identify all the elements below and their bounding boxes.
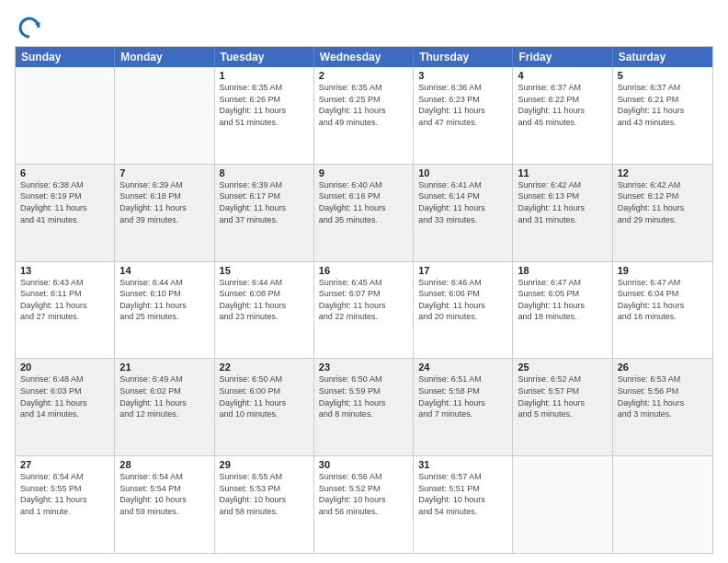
calendar-cell: 26Sunrise: 6:53 AMSunset: 5:56 PMDayligh…: [613, 359, 712, 455]
calendar-cell: 31Sunrise: 6:57 AMSunset: 5:51 PMDayligh…: [414, 456, 513, 553]
day-number: 25: [518, 362, 607, 373]
day-number: 30: [319, 459, 408, 470]
day-number: 29: [220, 459, 309, 470]
cell-text: Sunrise: 6:44 AMSunset: 6:08 PMDaylight:…: [220, 277, 309, 323]
calendar-cell: 1Sunrise: 6:35 AMSunset: 6:26 PMDaylight…: [215, 67, 314, 164]
calendar-cell: 5Sunrise: 6:37 AMSunset: 6:21 PMDaylight…: [613, 67, 712, 164]
day-number: 2: [319, 70, 408, 81]
calendar-cell: 15Sunrise: 6:44 AMSunset: 6:08 PMDayligh…: [215, 262, 314, 359]
cell-text: Sunrise: 6:42 AMSunset: 6:13 PMDaylight:…: [518, 179, 607, 225]
day-number: 23: [319, 362, 408, 373]
cell-text: Sunrise: 6:50 AMSunset: 6:00 PMDaylight:…: [220, 373, 309, 419]
cell-text: Sunrise: 6:56 AMSunset: 5:52 PMDaylight:…: [319, 471, 408, 517]
calendar-header-cell: Monday: [115, 47, 214, 67]
cell-text: Sunrise: 6:35 AMSunset: 6:25 PMDaylight:…: [319, 82, 408, 128]
calendar-header-cell: Friday: [513, 47, 612, 67]
day-number: 27: [20, 459, 109, 470]
calendar-week: 13Sunrise: 6:43 AMSunset: 6:11 PMDayligh…: [16, 262, 712, 360]
cell-text: Sunrise: 6:52 AMSunset: 5:57 PMDaylight:…: [518, 373, 607, 419]
cell-text: Sunrise: 6:47 AMSunset: 6:04 PMDaylight:…: [618, 277, 708, 323]
day-number: 3: [418, 70, 507, 81]
calendar-cell: 4Sunrise: 6:37 AMSunset: 6:22 PMDaylight…: [513, 67, 612, 164]
day-number: 18: [518, 265, 607, 276]
calendar-cell: 12Sunrise: 6:42 AMSunset: 6:12 PMDayligh…: [613, 165, 712, 261]
calendar-cell: 27Sunrise: 6:54 AMSunset: 5:55 PMDayligh…: [16, 456, 115, 553]
cell-text: Sunrise: 6:45 AMSunset: 6:07 PMDaylight:…: [319, 277, 408, 323]
day-number: 9: [319, 167, 408, 178]
day-number: 24: [418, 362, 507, 373]
calendar-cell: 6Sunrise: 6:38 AMSunset: 6:19 PMDaylight…: [16, 165, 115, 261]
day-number: 21: [119, 362, 209, 373]
day-number: 19: [618, 265, 708, 276]
calendar-week: 1Sunrise: 6:35 AMSunset: 6:26 PMDaylight…: [16, 67, 712, 165]
day-number: 8: [220, 167, 309, 178]
calendar-cell: 2Sunrise: 6:35 AMSunset: 6:25 PMDaylight…: [314, 67, 414, 164]
cell-text: Sunrise: 6:40 AMSunset: 6:16 PMDaylight:…: [319, 179, 408, 225]
calendar-week: 6Sunrise: 6:38 AMSunset: 6:19 PMDaylight…: [16, 165, 712, 262]
calendar-cell: 9Sunrise: 6:40 AMSunset: 6:16 PMDaylight…: [314, 165, 414, 261]
calendar-week: 27Sunrise: 6:54 AMSunset: 5:55 PMDayligh…: [16, 456, 712, 553]
calendar-cell: 24Sunrise: 6:51 AMSunset: 5:58 PMDayligh…: [414, 359, 513, 455]
day-number: 5: [618, 70, 708, 81]
logo-icon: [17, 15, 42, 40]
day-number: 12: [618, 167, 708, 178]
day-number: 31: [418, 459, 507, 470]
calendar-cell: 16Sunrise: 6:45 AMSunset: 6:07 PMDayligh…: [314, 262, 414, 359]
cell-text: Sunrise: 6:49 AMSunset: 6:02 PMDaylight:…: [119, 373, 209, 419]
cell-text: Sunrise: 6:39 AMSunset: 6:18 PMDaylight:…: [119, 179, 209, 225]
calendar-cell: 22Sunrise: 6:50 AMSunset: 6:00 PMDayligh…: [215, 359, 314, 455]
calendar-cell: 10Sunrise: 6:41 AMSunset: 6:14 PMDayligh…: [414, 165, 513, 261]
calendar-cell: 23Sunrise: 6:50 AMSunset: 5:59 PMDayligh…: [314, 359, 414, 455]
calendar-cell: [16, 67, 115, 164]
day-number: 16: [319, 265, 408, 276]
cell-text: Sunrise: 6:42 AMSunset: 6:12 PMDaylight:…: [618, 179, 708, 225]
cell-text: Sunrise: 6:57 AMSunset: 5:51 PMDaylight:…: [418, 471, 507, 517]
calendar-cell: 14Sunrise: 6:44 AMSunset: 6:10 PMDayligh…: [115, 262, 214, 359]
calendar-cell: [613, 456, 712, 553]
calendar-cell: 25Sunrise: 6:52 AMSunset: 5:57 PMDayligh…: [513, 359, 612, 455]
calendar: SundayMondayTuesdayWednesdayThursdayFrid…: [15, 46, 713, 554]
cell-text: Sunrise: 6:37 AMSunset: 6:21 PMDaylight:…: [618, 82, 708, 128]
calendar-cell: 7Sunrise: 6:39 AMSunset: 6:18 PMDaylight…: [115, 165, 214, 261]
calendar-cell: 3Sunrise: 6:36 AMSunset: 6:23 PMDaylight…: [414, 67, 513, 164]
calendar-cell: [115, 67, 214, 164]
calendar-header-cell: Thursday: [414, 47, 513, 67]
cell-text: Sunrise: 6:54 AMSunset: 5:55 PMDaylight:…: [20, 471, 109, 517]
calendar-cell: 17Sunrise: 6:46 AMSunset: 6:06 PMDayligh…: [414, 262, 513, 359]
calendar-cell: 18Sunrise: 6:47 AMSunset: 6:05 PMDayligh…: [513, 262, 612, 359]
cell-text: Sunrise: 6:35 AMSunset: 6:26 PMDaylight:…: [220, 82, 309, 128]
cell-text: Sunrise: 6:53 AMSunset: 5:56 PMDaylight:…: [618, 373, 708, 419]
day-number: 11: [518, 167, 607, 178]
cell-text: Sunrise: 6:54 AMSunset: 5:54 PMDaylight:…: [119, 471, 209, 517]
calendar-header-cell: Sunday: [16, 47, 115, 67]
day-number: 6: [20, 167, 109, 178]
calendar-cell: 28Sunrise: 6:54 AMSunset: 5:54 PMDayligh…: [115, 456, 214, 553]
calendar-cell: 29Sunrise: 6:55 AMSunset: 5:53 PMDayligh…: [215, 456, 314, 553]
calendar-cell: 30Sunrise: 6:56 AMSunset: 5:52 PMDayligh…: [314, 456, 414, 553]
calendar-cell: 19Sunrise: 6:47 AMSunset: 6:04 PMDayligh…: [613, 262, 712, 359]
day-number: 13: [20, 265, 109, 276]
calendar-week: 20Sunrise: 6:48 AMSunset: 6:03 PMDayligh…: [16, 359, 712, 456]
day-number: 15: [220, 265, 309, 276]
calendar-header-cell: Saturday: [613, 47, 712, 67]
cell-text: Sunrise: 6:38 AMSunset: 6:19 PMDaylight:…: [20, 179, 109, 225]
cell-text: Sunrise: 6:44 AMSunset: 6:10 PMDaylight:…: [119, 277, 209, 323]
calendar-body: 1Sunrise: 6:35 AMSunset: 6:26 PMDaylight…: [16, 67, 712, 553]
cell-text: Sunrise: 6:50 AMSunset: 5:59 PMDaylight:…: [319, 373, 408, 419]
cell-text: Sunrise: 6:43 AMSunset: 6:11 PMDaylight:…: [20, 277, 109, 323]
page: SundayMondayTuesdayWednesdayThursdayFrid…: [0, 0, 728, 563]
cell-text: Sunrise: 6:55 AMSunset: 5:53 PMDaylight:…: [220, 471, 309, 517]
cell-text: Sunrise: 6:47 AMSunset: 6:05 PMDaylight:…: [518, 277, 607, 323]
calendar-cell: 11Sunrise: 6:42 AMSunset: 6:13 PMDayligh…: [513, 165, 612, 261]
calendar-cell: 13Sunrise: 6:43 AMSunset: 6:11 PMDayligh…: [16, 262, 115, 359]
calendar-cell: [513, 456, 612, 553]
cell-text: Sunrise: 6:46 AMSunset: 6:06 PMDaylight:…: [418, 277, 507, 323]
calendar-header-cell: Wednesday: [314, 47, 414, 67]
day-number: 20: [20, 362, 109, 373]
cell-text: Sunrise: 6:37 AMSunset: 6:22 PMDaylight:…: [518, 82, 607, 128]
logo: [15, 15, 42, 40]
day-number: 7: [119, 167, 209, 178]
calendar-cell: 21Sunrise: 6:49 AMSunset: 6:02 PMDayligh…: [115, 359, 214, 455]
calendar-cell: 8Sunrise: 6:39 AMSunset: 6:17 PMDaylight…: [215, 165, 314, 261]
cell-text: Sunrise: 6:36 AMSunset: 6:23 PMDaylight:…: [418, 82, 507, 128]
